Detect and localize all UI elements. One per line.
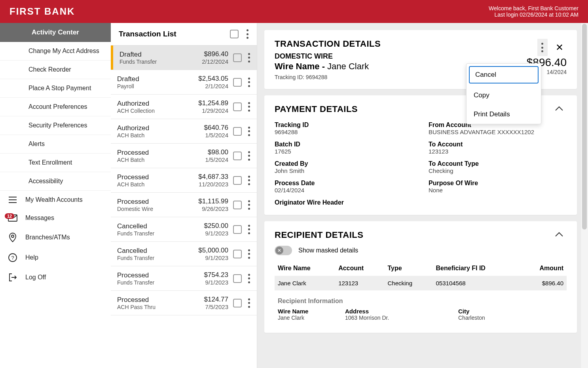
scrollbar-thumb[interactable] [582,24,587,230]
chevron-up-icon[interactable] [552,104,567,113]
txn-kebab-menu[interactable] [248,53,250,63]
pin-icon [8,233,17,242]
wire-type: DOMESTIC WIRE [275,52,381,61]
sidebar-item-log-off[interactable]: Log Off [0,267,111,287]
select-all-checkbox[interactable] [230,30,239,38]
txn-status: Cancelled [117,247,193,255]
details-dropdown-menu: Cancel Copy Print Details [466,63,541,124]
txn-checkbox[interactable] [233,201,242,209]
transaction-row[interactable]: Processed ACH Pass Thru $124.77 7/5/2023 [111,291,257,315]
info-label: Address [345,308,450,315]
sidebar-item[interactable]: Change My Acct Address [0,42,111,61]
sidebar-item[interactable]: Text Enrollment [0,154,111,172]
txn-date: 9/1/2023 [204,279,228,286]
txn-kebab-menu[interactable] [248,151,250,161]
info-label: Wire Name [278,308,337,315]
transaction-row[interactable]: Authorized ACH Collection $1,254.89 1/29… [111,95,257,119]
txn-kebab-menu[interactable] [248,78,250,87]
txn-checkbox[interactable] [233,102,242,111]
payment-field: Originator Wire Header [275,199,413,206]
sidebar-item-messages[interactable]: 12Messages [0,209,111,227]
field-value: 02/14/2024 [275,187,413,193]
txn-date: 9/1/2023 [204,230,228,237]
table-cell: 123123 [335,276,384,290]
details-panel: TRANSACTION DETAILS DOMESTIC WIRE Wire N… [257,23,588,368]
txn-checkbox[interactable] [233,225,242,234]
app-header: FIRST BANK Welcome back, First Bank Cust… [0,0,588,23]
txn-checkbox[interactable] [233,250,242,258]
scrollbar[interactable] [581,23,588,368]
txn-checkbox[interactable] [233,78,242,87]
info-label: City [458,308,563,315]
txn-kebab-menu[interactable] [248,249,250,259]
wire-name-value: Jane Clark [327,61,369,71]
sidebar-item-branches-atms[interactable]: Branches/ATMs [0,227,111,248]
field-value: 17625 [275,148,413,155]
txn-checkbox[interactable] [233,127,242,136]
txn-kebab-menu[interactable] [248,127,250,136]
svg-text:?: ? [11,255,14,261]
transaction-list-title: Transaction List [119,30,176,38]
table-header: Wire Name [275,261,335,276]
txn-checkbox[interactable] [233,53,242,62]
txn-checkbox[interactable] [233,274,242,283]
masked-details-toggle[interactable]: ✕ [275,246,292,255]
sidebar-item[interactable]: Place A Stop Payment [0,79,111,98]
info-value: Jane Clark [278,315,337,321]
sidebar-item-help[interactable]: ?Help [0,248,111,267]
txn-status: Drafted [119,51,197,59]
field-label: Tracking ID [275,121,413,129]
txn-type: ACH Pass Thru [117,304,199,310]
transaction-row[interactable]: Cancelled Funds Transfer $250.00 9/1/202… [111,217,257,242]
sidebar-item-my-wealth-accounts[interactable]: My Wealth Accounts [0,191,111,209]
txn-status: Cancelled [117,222,199,230]
sidebar-item[interactable]: Alerts [0,135,111,154]
txn-type: Payroll [117,83,193,89]
sidebar-item[interactable]: Account Preferences [0,98,111,116]
list-kebab-menu[interactable] [247,29,249,39]
transaction-row[interactable]: Processed ACH Batch $4,687.33 11/20/2023 [111,168,257,193]
details-kebab-button[interactable] [537,39,548,56]
txn-kebab-menu[interactable] [248,102,250,112]
sidebar-item[interactable]: Accessibility [0,172,111,191]
txn-kebab-menu[interactable] [248,298,250,308]
field-label: Originator Wire Header [275,199,413,206]
txn-checkbox[interactable] [233,152,242,160]
txn-type: ACH Batch [117,132,199,138]
txn-kebab-menu[interactable] [248,274,250,283]
chevron-up-icon[interactable] [552,230,567,239]
txn-status: Processed [117,296,199,304]
recipient-details-title: RECIPIENT DETAILS [275,230,363,240]
txn-checkbox[interactable] [233,299,242,307]
dropdown-cancel[interactable]: Cancel [469,66,539,83]
txn-date: 1/29/2024 [198,107,228,114]
field-label: Created By [275,160,413,167]
txn-kebab-menu[interactable] [248,176,250,185]
field-value: 9694288 [275,129,413,135]
transaction-row[interactable]: Processed Domestic Wire $1,115.99 9/26/2… [111,193,257,217]
txn-date: 1/5/2024 [205,156,228,163]
txn-date: 9/1/2023 [198,254,228,261]
transaction-row[interactable]: Cancelled Funds Transfer $5,000.00 9/1/2… [111,242,257,266]
sidebar-item[interactable]: Check Reorder [0,61,111,79]
dropdown-copy[interactable]: Copy [467,86,541,105]
recipient-info-title: Recipient Information [278,298,563,305]
txn-date: 2/1/2024 [198,83,228,89]
txn-checkbox[interactable] [233,176,242,185]
txn-status: Processed [117,198,193,206]
transaction-row[interactable]: Authorized ACH Batch $640.76 1/5/2024 [111,119,257,144]
transaction-row[interactable]: Processed ACH Batch $98.00 1/5/2024 [111,144,257,168]
wire-name-row: Wire Name - Jane Clark [275,61,381,72]
close-icon[interactable]: ✕ [552,40,567,55]
last-login-text: Last login 02/26/2024 at 10:02 AM [489,11,579,18]
transaction-row[interactable]: Drafted Funds Transfer $896.40 2/12/2024 [111,46,257,70]
detail-process-date: 14/2024 [546,69,567,75]
txn-kebab-menu[interactable] [248,200,250,210]
transaction-row[interactable]: Drafted Payroll $2,543.05 2/1/2024 [111,70,257,95]
sidebar-item[interactable]: Security Preferences [0,116,111,135]
txn-amount: $1,254.89 [198,99,228,107]
transaction-row[interactable]: Processed Funds Transfer $754.23 9/1/202… [111,266,257,291]
txn-kebab-menu[interactable] [248,225,250,234]
dropdown-print-details[interactable]: Print Details [467,105,541,124]
txn-amount: $1,115.99 [198,197,228,205]
